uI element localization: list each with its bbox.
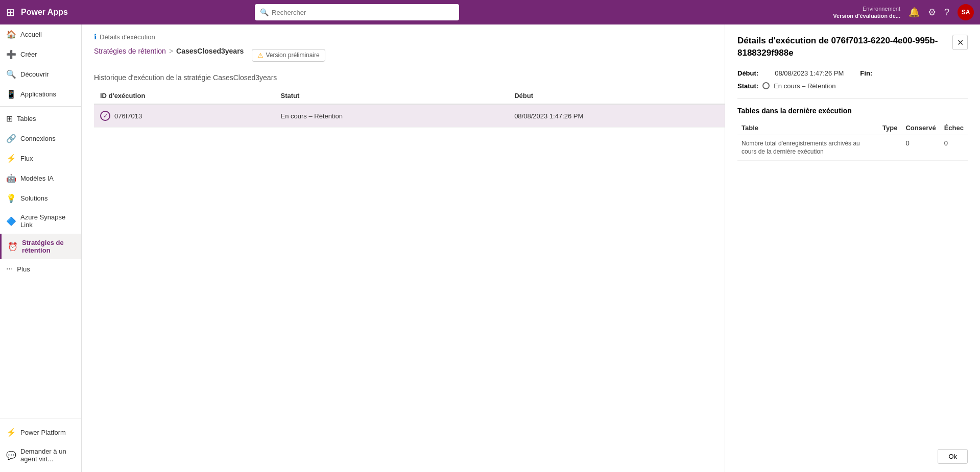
flux-icon: ⚡ — [6, 154, 16, 163]
fin-label: Fin: — [860, 69, 872, 77]
environment-info: Environnement Version d'évaluation de... — [833, 5, 900, 20]
breadcrumb-parent[interactable]: Stratégies de rétention — [94, 47, 166, 55]
sidebar-label-strategies: Stratégies de rétention — [22, 239, 75, 254]
sidebar-label-demander: Demander à un agent virt... — [20, 448, 75, 463]
chat-icon: 💬 — [6, 451, 16, 460]
apps-icon: 📱 — [6, 89, 16, 99]
sidebar-label-flux: Flux — [20, 155, 33, 162]
sidebar-label-decouvrir: Découvrir — [20, 70, 49, 78]
settings-icon[interactable]: ⚙ — [928, 7, 936, 18]
avatar[interactable]: SA — [958, 4, 974, 20]
status-circle-icon — [762, 82, 770, 89]
sidebar-item-demander[interactable]: 💬 Demander à un agent virt... — [0, 442, 81, 468]
env-label: Environnement — [833, 5, 900, 12]
row-id-value: 076f7013 — [114, 112, 142, 120]
search-icon: 🔍 — [260, 8, 269, 16]
ai-icon: 🤖 — [6, 173, 16, 183]
panel-statut-row: Statut: En cours – Rétention — [737, 82, 968, 90]
sidebar-item-tables[interactable]: ⊞ Tables — [0, 109, 81, 129]
topbar: ⊞ Power Apps 🔍 Environnement Version d'é… — [0, 0, 980, 24]
breadcrumb-separator: > — [169, 47, 173, 55]
sidebar-item-decouvrir[interactable]: 🔍 Découvrir — [0, 64, 81, 84]
sidebar-label-tables: Tables — [17, 115, 36, 122]
sidebar-item-creer[interactable]: ➕ Créer — [0, 44, 81, 64]
row-id-cell: ✓ 076f7013 — [94, 104, 275, 128]
panel-col-type: Type — [878, 121, 901, 135]
panel-divider — [737, 98, 968, 98]
env-name: Version d'évaluation de... — [833, 12, 900, 19]
close-panel-button[interactable]: ✕ — [952, 35, 968, 50]
info-text: Détails d'exécution — [100, 33, 155, 41]
panel-row-note: Nombre total d'enregistrements archivés … — [737, 135, 878, 161]
notification-bell-icon[interactable]: 🔔 — [909, 7, 920, 18]
tables-section-title: Tables dans la dernière exécution — [737, 107, 968, 115]
info-icon: ℹ — [94, 33, 97, 41]
sidebar-label-connexions: Connexions — [20, 135, 56, 142]
sidebar-label-plus: Plus — [17, 265, 30, 273]
discover-icon: 🔍 — [6, 69, 16, 79]
panel-table-note: Nombre total d'enregistrements archivés … — [742, 140, 860, 156]
statut-label: Statut: — [737, 82, 758, 90]
grid-icon[interactable]: ⊞ — [6, 6, 15, 18]
sidebar-bottom: ⚡ Power Platform 💬 Demander à un agent v… — [0, 418, 81, 472]
sidebar-item-plus[interactable]: ··· Plus — [0, 259, 81, 279]
plus-icon: ➕ — [6, 49, 16, 59]
breadcrumb: Stratégies de rétention > CasesClosed3ye… — [94, 47, 244, 55]
sidebar-item-strategies[interactable]: ⏰ Stratégies de rétention — [0, 234, 81, 259]
sidebar-item-modeles-ia[interactable]: 🤖 Modèles IA — [0, 168, 81, 188]
sidebar-label-solutions: Solutions — [20, 194, 47, 202]
sidebar-label-creer: Créer — [20, 51, 37, 58]
sidebar-label-accueil: Accueil — [20, 31, 42, 38]
search-input[interactable] — [272, 9, 454, 16]
sidebar-item-accueil[interactable]: 🏠 Accueil — [0, 24, 81, 44]
panel-col-table: Table — [737, 121, 878, 135]
row-status-icon: ✓ — [100, 111, 110, 121]
panel-row-conserve: 0 — [901, 135, 940, 161]
sidebar-label-power-platform: Power Platform — [20, 429, 66, 436]
right-panel-header: Détails d'exécution de 076f7013-6220-4e0… — [737, 35, 968, 59]
sidebar-item-solutions[interactable]: 💡 Solutions — [0, 188, 81, 208]
app-logo: Power Apps — [21, 8, 68, 17]
connections-icon: 🔗 — [6, 134, 16, 143]
status-cell: ✓ 076f7013 — [100, 111, 269, 121]
solutions-icon: 💡 — [6, 193, 16, 203]
strategies-icon: ⏰ — [8, 242, 18, 252]
sidebar-label-modeles-ia: Modèles IA — [20, 175, 54, 182]
close-icon: ✕ — [957, 38, 964, 47]
version-badge[interactable]: ⚠ Version préliminaire — [252, 49, 325, 62]
version-badge-label: Version préliminaire — [266, 52, 319, 59]
sidebar-label-azure: Azure Synapse Link — [20, 213, 75, 229]
sidebar-item-flux[interactable]: ⚡ Flux — [0, 148, 81, 168]
sidebar-item-connexions[interactable]: 🔗 Connexions — [0, 129, 81, 148]
debut-label: Début: — [737, 69, 758, 77]
topbar-right: Environnement Version d'évaluation de...… — [833, 4, 974, 20]
more-icon: ··· — [6, 264, 13, 274]
sidebar-item-power-platform[interactable]: ⚡ Power Platform — [0, 423, 81, 442]
panel-row-type — [878, 135, 901, 161]
power-platform-icon: ⚡ — [6, 428, 16, 437]
col-header-statut: Statut — [275, 88, 509, 104]
panel-row-echec: 0 — [940, 135, 968, 161]
home-icon: 🏠 — [6, 30, 16, 39]
sidebar-divider-1 — [0, 106, 81, 107]
panel-col-echec: Échec — [940, 121, 968, 135]
debut-value: 08/08/2023 1:47:26 PM — [775, 69, 844, 77]
panel-table-header: Table Type Conservé Échec — [737, 121, 968, 135]
warning-icon: ⚠ — [257, 52, 264, 59]
tables-icon: ⊞ — [6, 114, 13, 123]
panel-debut-row: Début: 08/08/2023 1:47:26 PM Fin: — [737, 69, 968, 77]
panel-table: Table Type Conservé Échec Nombre total d… — [737, 121, 968, 161]
sidebar: 🏠 Accueil ➕ Créer 🔍 Découvrir 📱 Applicat… — [0, 24, 82, 472]
panel-col-conserve: Conservé — [901, 121, 940, 135]
panel-table-row: Nombre total d'enregistrements archivés … — [737, 135, 968, 161]
col-header-id: ID d'exécution — [94, 88, 275, 104]
sidebar-item-azure-synapse[interactable]: 🔷 Azure Synapse Link — [0, 208, 81, 234]
sidebar-label-applications: Applications — [20, 90, 56, 98]
row-statut-cell: En cours – Rétention — [275, 104, 509, 128]
ok-button[interactable]: Ok — [938, 449, 968, 464]
sidebar-item-applications[interactable]: 📱 Applications — [0, 84, 81, 104]
breadcrumb-current: CasesClosed3years — [176, 47, 244, 55]
search-box[interactable]: 🔍 — [255, 4, 459, 20]
statut-value: En cours – Rétention — [774, 82, 835, 90]
help-icon[interactable]: ? — [944, 7, 949, 18]
